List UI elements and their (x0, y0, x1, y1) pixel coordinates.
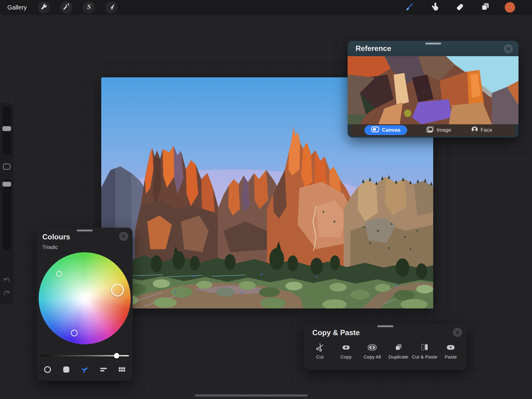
reference-panel-title: Reference (356, 44, 391, 53)
copy-all-action[interactable]: Copy All (359, 341, 385, 368)
copy-icon (341, 342, 351, 353)
tab-canvas-label: Canvas (382, 127, 400, 133)
palettes-icon (118, 366, 126, 375)
colours-panel: Colours Triadic (37, 228, 133, 381)
harmony-handle-green[interactable] (56, 271, 62, 277)
reference-tab-bar: Canvas Image (351, 124, 515, 136)
paste-icon (446, 342, 455, 353)
procreate-screen: Gallery (0, 0, 532, 399)
drag-handle[interactable] (425, 43, 441, 45)
brush-opacity-handle[interactable] (2, 182, 11, 187)
duplicate-label: Duplicate (388, 354, 408, 360)
brush-tool-button[interactable] (404, 3, 414, 12)
tab-image-label: Image (437, 127, 451, 133)
transform-button[interactable] (105, 1, 118, 14)
close-icon (506, 47, 511, 51)
copy-action[interactable]: Copy (333, 341, 359, 368)
face-icon (471, 126, 478, 134)
cut-action[interactable]: Cut (307, 341, 333, 368)
colour-wheel[interactable] (39, 252, 131, 344)
wrench-icon (40, 2, 48, 12)
top-toolbar: Gallery (0, 0, 532, 15)
modify-button[interactable] (3, 164, 10, 170)
redo-icon (3, 293, 11, 298)
cut-and-paste-label: Cut & Paste (412, 354, 438, 360)
smudge-finger-icon (430, 2, 440, 13)
mode-harmony-button[interactable] (81, 366, 89, 374)
gallery-button[interactable]: Gallery (7, 0, 27, 15)
undo-button[interactable] (3, 277, 11, 285)
tab-canvas[interactable]: Canvas (364, 125, 407, 135)
layers-icon (481, 2, 490, 13)
color-swatch-button[interactable] (505, 2, 515, 13)
eraser-icon (455, 2, 465, 13)
copy-paste-panel: Copy & Paste Cut (304, 323, 467, 370)
redo-button[interactable] (3, 289, 11, 297)
value-icon (99, 366, 107, 375)
copy-all-label: Copy All (364, 354, 381, 360)
canvas-icon (371, 126, 379, 134)
close-icon (455, 330, 460, 335)
eraser-tool-button[interactable] (455, 3, 465, 12)
harmony-icon (81, 366, 89, 375)
disc-icon (44, 366, 52, 375)
copy-all-icon (367, 342, 377, 353)
colour-mode-row (37, 363, 133, 377)
cut-label: Cut (316, 354, 324, 360)
duplicate-icon (394, 342, 403, 353)
layers-tool-button[interactable] (481, 3, 490, 12)
mode-classic-button[interactable] (62, 366, 70, 374)
selection-button[interactable]: S (83, 1, 95, 14)
transform-arrow-icon (107, 2, 116, 12)
magic-wand-icon (62, 2, 71, 12)
classic-icon (62, 366, 70, 375)
mode-palettes-button[interactable] (118, 366, 126, 374)
close-button[interactable] (119, 232, 128, 241)
horizontal-scrollbar[interactable] (195, 394, 308, 397)
cut-and-paste-icon (420, 342, 429, 353)
tab-face-label: Face (481, 127, 492, 133)
brush-size-handle[interactable] (2, 126, 11, 131)
close-button[interactable] (504, 44, 513, 53)
svg-text:S: S (87, 3, 91, 10)
brush-sidebar (0, 103, 13, 304)
paste-action[interactable]: Paste (438, 341, 464, 368)
paint-brush-icon (404, 2, 414, 13)
reference-image[interactable] (348, 56, 519, 124)
tab-image[interactable]: Image (419, 124, 459, 136)
selected-colour-handle[interactable] (111, 284, 124, 296)
brush-size-slider[interactable] (2, 107, 11, 154)
reference-panel-header: Reference (348, 41, 519, 56)
tab-face[interactable]: Face (462, 124, 502, 136)
value-slider-thumb[interactable] (114, 353, 119, 358)
mode-disc-button[interactable] (44, 366, 52, 374)
copy-label: Copy (341, 354, 352, 360)
undo-icon (3, 280, 11, 285)
smudge-tool-button[interactable] (430, 3, 440, 12)
cut-and-paste-action[interactable]: Cut & Paste (411, 341, 438, 368)
cut-scissors-icon (315, 342, 325, 353)
drag-handle[interactable] (377, 325, 393, 327)
adjustments-button[interactable] (60, 1, 72, 14)
drag-handle[interactable] (77, 230, 93, 231)
actions-button[interactable] (38, 1, 50, 14)
copy-paste-actions: Cut Copy Co (307, 341, 464, 368)
paste-label: Paste (445, 354, 457, 360)
reference-panel: Reference (348, 41, 519, 138)
harmony-handle-purple[interactable] (71, 330, 78, 336)
copy-paste-panel-title: Copy & Paste (312, 328, 360, 337)
duplicate-action[interactable]: Duplicate (385, 341, 411, 368)
harmony-mode-label: Triadic (42, 244, 58, 250)
colours-panel-title: Colours (42, 233, 70, 241)
selection-s-icon: S (85, 2, 93, 12)
brush-opacity-slider[interactable] (2, 180, 11, 250)
value-slider[interactable] (40, 353, 129, 358)
mode-value-button[interactable] (99, 366, 107, 374)
close-icon (121, 234, 126, 238)
image-icon (426, 126, 434, 134)
close-button[interactable] (453, 328, 462, 337)
